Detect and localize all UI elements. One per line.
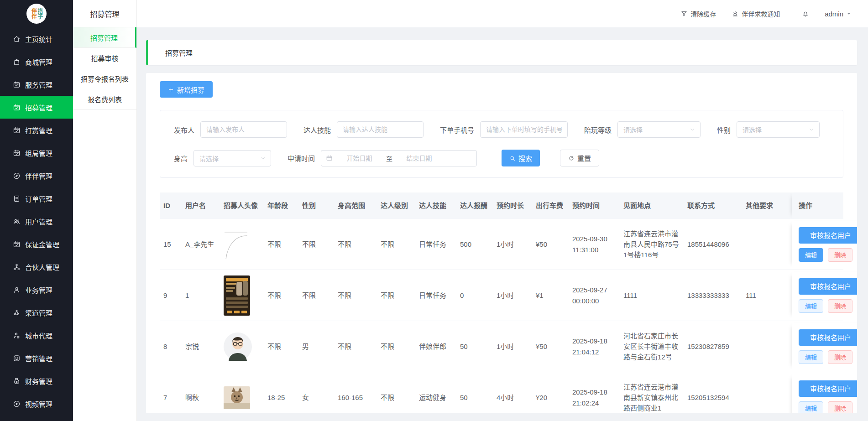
sidebar-item-合伙人管理[interactable]: 合伙人管理 <box>0 255 73 278</box>
header-label: 招募人头像 <box>224 202 258 209</box>
sidebar-item-label: 业务管理 <box>25 285 52 295</box>
review-applicants-label: 审核报名用户 <box>810 232 851 239</box>
sidebar-item-主页统计[interactable]: 主页统计 <box>0 27 73 50</box>
edit-button-label: 编辑 <box>805 405 817 412</box>
cell-reward: 0 <box>456 290 493 301</box>
sos-notice-button[interactable]: 伴伴求救通知 <box>732 9 780 18</box>
sidebar-item-用户管理[interactable]: 用户管理 <box>0 210 73 233</box>
header-label: 操作 <box>799 201 857 210</box>
header-label: 达人报酬 <box>460 202 487 209</box>
cell-value: 4小时 <box>497 394 514 401</box>
subnav-item-label: 招募令报名列表 <box>81 74 129 83</box>
sidebar-item-打赏管理[interactable]: 打赏管理 <box>0 119 73 141</box>
cell-id: 9 <box>160 290 182 301</box>
sidebar-item-营销管理[interactable]: 营销管理 <box>0 347 73 369</box>
reset-button[interactable]: 重置 <box>560 150 599 166</box>
topbar: 清除缓存 伴伴求救通知 admin <box>137 0 868 27</box>
subnav-item-招募审核[interactable]: 招募审核 <box>73 48 136 68</box>
delete-button-label: 删除 <box>834 303 846 310</box>
clear-cache-button[interactable]: 清除缓存 <box>680 9 716 18</box>
height-select[interactable]: 请选择 <box>193 150 271 166</box>
recruit-card: 新增招募 发布人达人技能下单手机号陪玩等级请选择性别请选择 身高请选择申请时间至… <box>146 73 857 413</box>
talent-skill-input[interactable] <box>337 121 424 138</box>
search-button[interactable]: 搜索 <box>502 150 540 166</box>
header-cell-travel_fee: 出行车费 <box>532 201 569 210</box>
sidebar-item-订单管理[interactable]: 订单管理 <box>0 187 73 210</box>
primary-sidebar: 伴伴 搭子 主页统计商城管理服务管理招募管理打赏管理组局管理伴伴管理订单管理用户… <box>0 0 73 421</box>
breadcrumb: 招募管理 <box>146 40 857 65</box>
sidebar-item-渠道管理[interactable]: 渠道管理 <box>0 301 73 324</box>
header-label: 预约时长 <box>497 202 524 209</box>
users-icon <box>13 218 21 225</box>
sidebar-item-服务管理[interactable]: 服务管理 <box>0 73 73 96</box>
subnav-item-label: 招募管理 <box>90 33 118 42</box>
header-cell-talent_level: 达人级别 <box>377 201 415 210</box>
review-applicants-button[interactable]: 审核报名用户 <box>799 227 857 244</box>
brand-logo-text-right: 搭子 <box>37 8 43 19</box>
plus-icon <box>168 87 174 93</box>
actions-cell: 审核报名用户编辑删除 <box>792 221 857 268</box>
publisher-input[interactable] <box>200 121 287 138</box>
apply-time-start-input[interactable] <box>335 155 383 162</box>
cell-value: 女 <box>302 394 309 401</box>
row-mini-actions: 编辑删除 <box>799 299 857 313</box>
header-cell-appoint_time: 预约时间 <box>569 201 620 210</box>
cell-value: 1小时 <box>497 343 514 350</box>
header-cell-age_range: 年龄段 <box>264 201 298 210</box>
cell-talent_level: 不限 <box>377 239 415 249</box>
subnav-item-招募管理[interactable]: 招募管理 <box>73 27 136 48</box>
cell-value: 啊秋 <box>185 394 199 401</box>
cell-address: 河北省石家庄市长安区长丰街道丰收路与金石街12号 <box>620 331 684 363</box>
cell-value: 9 <box>163 291 167 299</box>
sidebar-item-财务管理[interactable]: 财务管理 <box>0 369 73 392</box>
table-row: 8宗锐不限男不限不限伴娘伴郎501小时¥502025-09-18 21:04:1… <box>160 321 843 372</box>
cell-value: 不限 <box>267 343 281 350</box>
edit-button[interactable]: 编辑 <box>799 248 823 262</box>
cell-age_range: 不限 <box>264 239 298 249</box>
cell-avatar <box>220 275 264 316</box>
review-applicants-button[interactable]: 审核报名用户 <box>799 329 857 346</box>
edit-button[interactable]: 编辑 <box>799 350 823 364</box>
sidebar-item-商城管理[interactable]: 商城管理 <box>0 50 73 73</box>
subnav-item-报名费列表[interactable]: 报名费列表 <box>73 89 136 109</box>
secondary-sidebar-menu: 招募管理招募审核招募令报名列表报名费列表 <box>73 27 136 110</box>
home-icon <box>13 35 21 43</box>
companion-compass-icon <box>13 172 21 180</box>
delete-button[interactable]: 删除 <box>828 401 852 414</box>
cell-id: 7 <box>160 392 182 403</box>
edit-button[interactable]: 编辑 <box>799 401 823 414</box>
height-label: 身高 <box>174 153 188 163</box>
review-applicants-button[interactable]: 审核报名用户 <box>799 380 857 397</box>
subnav-item-招募令报名列表[interactable]: 招募令报名列表 <box>73 68 136 89</box>
order-phone-input[interactable] <box>480 121 568 138</box>
recruit-table: ID用户名招募人头像年龄段性别身高范围达人级别达人技能达人报酬预约时长出行车费预… <box>160 192 843 413</box>
order-phone-label: 下单手机号 <box>440 125 474 135</box>
cell-value: 18551448096 <box>687 240 729 248</box>
apply-time-end-input[interactable] <box>395 155 443 162</box>
sidebar-item-保证金管理[interactable]: 保证金管理 <box>0 233 73 255</box>
add-recruit-button[interactable]: 新增招募 <box>160 81 213 98</box>
sidebar-item-招募管理[interactable]: 招募管理 <box>0 96 73 119</box>
sidebar-item-城市代理[interactable]: 城市代理 <box>0 324 73 347</box>
review-applicants-button[interactable]: 审核报名用户 <box>799 278 857 295</box>
cell-travel_fee: ¥20 <box>532 392 569 403</box>
sidebar-item-组局管理[interactable]: 组局管理 <box>0 141 73 164</box>
header-cell-height_range: 身高范围 <box>334 201 377 210</box>
cell-value: 2025-09-27 00:00:00 <box>572 286 607 304</box>
apply-time-daterange[interactable]: 至 <box>321 150 477 166</box>
marketing-face-icon <box>13 354 21 362</box>
companion-level-select[interactable]: 请选择 <box>617 121 701 138</box>
sidebar-item-伴伴管理[interactable]: 伴伴管理 <box>0 164 73 187</box>
cell-value: 不限 <box>381 291 394 299</box>
sidebar-item-业务管理[interactable]: 业务管理 <box>0 278 73 301</box>
edit-button[interactable]: 编辑 <box>799 299 823 313</box>
gender-select[interactable]: 请选择 <box>737 121 820 138</box>
notification-bell-button[interactable] <box>802 10 809 17</box>
delete-button[interactable]: 删除 <box>828 248 852 262</box>
delete-button[interactable]: 删除 <box>828 299 852 313</box>
user-menu[interactable]: admin <box>825 10 852 18</box>
recruit-calendar-icon <box>13 104 21 111</box>
sidebar-item-视频管理[interactable]: 视频管理 <box>0 392 73 415</box>
delete-button[interactable]: 删除 <box>828 350 852 364</box>
cell-contact: 18551448096 <box>684 239 742 249</box>
